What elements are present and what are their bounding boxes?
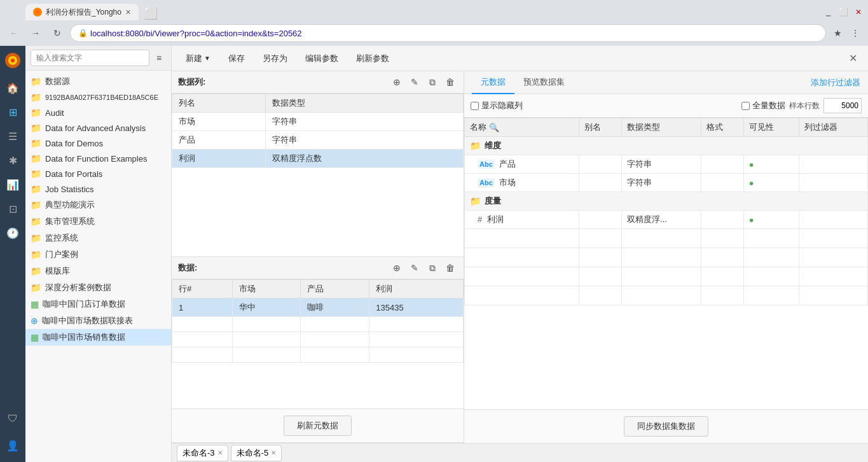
tree-item-coffee-sales[interactable]: ▦ 咖啡中国市场销售数据 <box>25 329 171 346</box>
folder-icon: 📁 <box>31 76 41 87</box>
dtype-cell: 字符串 <box>622 174 701 192</box>
format-cell <box>701 174 743 192</box>
bottom-tab-0[interactable]: 未命名-3 ✕ <box>177 445 228 461</box>
add-filter-btn[interactable]: 添加行过滤器 <box>811 77 860 88</box>
search-icon[interactable]: 🔍 <box>489 123 499 132</box>
empty-row <box>465 229 868 248</box>
right-toolbar: 显示隐藏列 全量数据 样本行数 <box>464 94 868 118</box>
maximize-button[interactable]: ⬜ <box>836 5 850 19</box>
back-button[interactable]: ← <box>5 24 23 42</box>
main-toolbar: 新建 ▼ 保存 另存为 编辑参数 刷新参数 ✕ <box>172 46 868 71</box>
data-table-row[interactable]: 1 华中 咖啡 135435 <box>172 298 464 317</box>
tree-item-coffee-join[interactable]: ⊕ 咖啡中国市场数据联接表 <box>25 312 171 329</box>
copy-column-btn[interactable]: ⧉ <box>425 75 439 89</box>
folder-icon: 📁 <box>31 169 41 179</box>
show-hidden-label[interactable]: 显示隐藏列 <box>471 100 523 111</box>
folder-icon: 📁 <box>31 283 41 293</box>
tree-item-cluster[interactable]: 📁 集市管理系统 <box>25 213 171 230</box>
tab-preview[interactable]: 预览数据集 <box>514 71 574 94</box>
add-column-btn[interactable]: ⊕ <box>390 75 404 89</box>
browser-tab[interactable]: 利润分析报告_Yongho ✕ <box>25 4 139 20</box>
tree-item-coffee-orders[interactable]: ▦ 咖啡中国门店订单数据 <box>25 296 171 312</box>
close-button[interactable]: ✕ <box>851 5 865 19</box>
meta-row-market[interactable]: Abc 市场 字符串 ● <box>465 174 868 192</box>
tab-title: 利润分析报告_Yongho <box>46 7 121 18</box>
close-panel-btn[interactable]: ✕ <box>845 51 860 66</box>
reload-button[interactable]: ↻ <box>48 24 66 42</box>
col-type: 双精度浮点数 <box>266 150 464 168</box>
delete-data-btn[interactable]: 🗑 <box>443 261 457 275</box>
lock-icon: 🔒 <box>78 29 88 38</box>
columns-section-header: 数据列: ⊕ ✎ ⧉ 🗑 <box>172 71 464 94</box>
visible-cell: ● <box>743 211 799 229</box>
icon-sidebar: 🏠 ⊞ ☰ ✱ 📊 ⊡ 🕐 🛡 👤 <box>0 46 25 462</box>
tab-meta[interactable]: 元数据 <box>472 71 514 94</box>
tree-item-uuid[interactable]: 📁 9192BA8A027F6371B4ED18A5C6E <box>25 90 171 105</box>
edit-column-btn[interactable]: ✎ <box>408 75 422 89</box>
bottom-tab-1[interactable]: 未命名-5 ✕ <box>231 445 282 461</box>
delete-column-btn[interactable]: 🗑 <box>443 75 457 89</box>
bookmark-btn[interactable]: ★ <box>830 25 845 41</box>
tree-item-portal[interactable]: 📁 门户案例 <box>25 246 171 263</box>
sync-dataset-btn[interactable]: 同步数据集数据 <box>624 416 708 437</box>
forward-button[interactable]: → <box>27 24 45 42</box>
new-btn[interactable]: 新建 ▼ <box>179 50 217 67</box>
new-tab-button[interactable]: ⬜ <box>139 6 163 20</box>
tree-item-data-function[interactable]: 📁 Data for Function Examples <box>25 151 171 166</box>
sidebar-chart-icon[interactable]: 📊 <box>1 173 24 196</box>
refresh-meta-btn[interactable]: 刷新元数据 <box>284 416 352 436</box>
meta-row-profit[interactable]: # 利润 双精度浮... ● <box>465 211 868 229</box>
tree-item-template[interactable]: 📁 模版库 <box>25 263 171 279</box>
tree-item-typical[interactable]: 📁 典型功能演示 <box>25 197 171 213</box>
tree-item-data-demos[interactable]: 📁 Data for Demos <box>25 136 171 151</box>
measure-folder-icon: 📁 <box>470 196 481 206</box>
file-tree-menu-btn[interactable]: ≡ <box>152 51 166 65</box>
sample-rows-label: 样本行数 <box>789 101 820 111</box>
file-tree-search-input[interactable] <box>31 50 149 66</box>
bottom-tab-close-1[interactable]: ✕ <box>271 449 276 456</box>
refresh-params-btn[interactable]: 刷新参数 <box>350 50 396 67</box>
add-data-btn[interactable]: ⊕ <box>390 261 404 275</box>
tree-item-data-advanced[interactable]: 📁 Data for Advanced Analysis <box>25 120 171 136</box>
tree-item-data-portals[interactable]: 📁 Data for Portals <box>25 166 171 181</box>
sidebar-table-icon[interactable]: ☰ <box>1 125 24 148</box>
sidebar-clock-icon[interactable]: 🕐 <box>1 221 24 244</box>
data-table: 行# 市场 产品 利润 1 华中 咖啡 <box>172 279 464 363</box>
table-row[interactable]: 市场 字符串 <box>172 113 464 131</box>
sample-rows-input[interactable] <box>823 98 862 113</box>
tree-item-monitor[interactable]: 📁 监控系统 <box>25 230 171 246</box>
edit-data-btn[interactable]: ✎ <box>408 261 422 275</box>
save-as-btn[interactable]: 另存为 <box>256 50 294 67</box>
bottom-tab-close-0[interactable]: ✕ <box>217 449 223 456</box>
sidebar-user-icon[interactable]: 👤 <box>1 434 24 457</box>
sidebar-data-icon[interactable]: ⊞ <box>1 101 24 123</box>
copy-data-btn[interactable]: ⧉ <box>425 261 439 275</box>
tree-item-audit[interactable]: 📁 Audit <box>25 105 171 120</box>
extensions-btn[interactable]: ⋮ <box>848 25 863 41</box>
tree-item-job-statistics[interactable]: 📁 Job Statistics <box>25 181 171 197</box>
data-table-row <box>172 347 464 363</box>
sidebar-monitor-icon[interactable]: ⊡ <box>1 197 24 220</box>
file-tree-header: ≡ <box>25 46 171 71</box>
alias-cell <box>579 155 622 174</box>
meta-row-product[interactable]: Abc 产品 字符串 ● <box>465 155 868 174</box>
sidebar-home-icon[interactable]: 🏠 <box>1 76 24 99</box>
tree-item-deep-analysis[interactable]: 📁 深度分析案例数据 <box>25 279 171 296</box>
save-btn[interactable]: 保存 <box>222 50 251 67</box>
tree-item-datasource[interactable]: 📁 数据源 <box>25 73 171 90</box>
tab-close-btn[interactable]: ✕ <box>125 8 131 17</box>
table-row[interactable]: 产品 字符串 <box>172 131 464 150</box>
sidebar-analytics-icon[interactable]: ✱ <box>1 149 24 172</box>
full-data-checkbox[interactable] <box>741 102 750 110</box>
table-row-selected[interactable]: 利润 双精度浮点数 <box>172 150 464 168</box>
minimize-button[interactable]: ⎯ <box>821 5 835 19</box>
columns-table: 列名 数据类型 市场 字符串 产品 <box>172 94 464 168</box>
folder-icon: 📁 <box>31 266 41 276</box>
full-data-label[interactable]: 全量数据 <box>741 100 785 111</box>
edit-params-btn[interactable]: 编辑参数 <box>299 50 345 67</box>
data-header-profit: 利润 <box>369 280 464 298</box>
sidebar-shield-icon[interactable]: 🛡 <box>1 407 24 430</box>
sync-area: 同步数据集数据 <box>464 409 868 443</box>
show-hidden-checkbox[interactable] <box>471 102 479 110</box>
address-bar[interactable]: 🔒 localhost:8080/bi/Viewer?proc=0&action… <box>70 24 826 42</box>
